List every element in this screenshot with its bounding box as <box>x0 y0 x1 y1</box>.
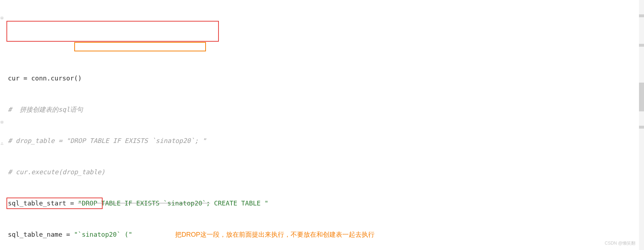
highlight-orange <box>74 42 206 51</box>
code-string: "DROP TABLE IF EXISTS `sinatop20`; <box>78 199 210 207</box>
code-line: cur = conn.cursor() <box>8 74 82 82</box>
code-string: CREATE TABLE " <box>210 199 269 207</box>
fold-icon[interactable]: ⊟ <box>1 117 5 121</box>
fold-icon[interactable]: ⊟ <box>1 13 5 17</box>
highlight-red-top <box>6 21 219 42</box>
code-line: sql_table_start = <box>8 199 78 207</box>
watermark: CSDN @懒笑翻 <box>605 238 635 249</box>
code-line: sql_table_name = <box>8 231 74 238</box>
code-comment: # cur.execute(drop_table) <box>8 168 105 176</box>
code-comment: # drop_table = "DROP TABLE IF EXISTS `si… <box>8 137 206 144</box>
scroll-marker <box>639 14 644 17</box>
scroll-marker <box>639 44 644 47</box>
annotation-note: 把DROP这一段，放在前面提出来执行，不要放在和创建表一起去执行 <box>175 231 375 238</box>
code-string: "`sinatop20` (" <box>74 231 132 238</box>
code-editor[interactable]: ⊟ ⊟ △ cur = conn.cursor() # 拼接创建表的sql语句 … <box>0 0 644 250</box>
scroll-thumb[interactable] <box>639 83 644 111</box>
unfold-icon[interactable]: △ <box>1 138 5 142</box>
scroll-marker <box>639 126 644 129</box>
scrollbar[interactable] <box>639 0 644 250</box>
code-comment: # 拼接创建表的sql语句 <box>8 106 83 113</box>
